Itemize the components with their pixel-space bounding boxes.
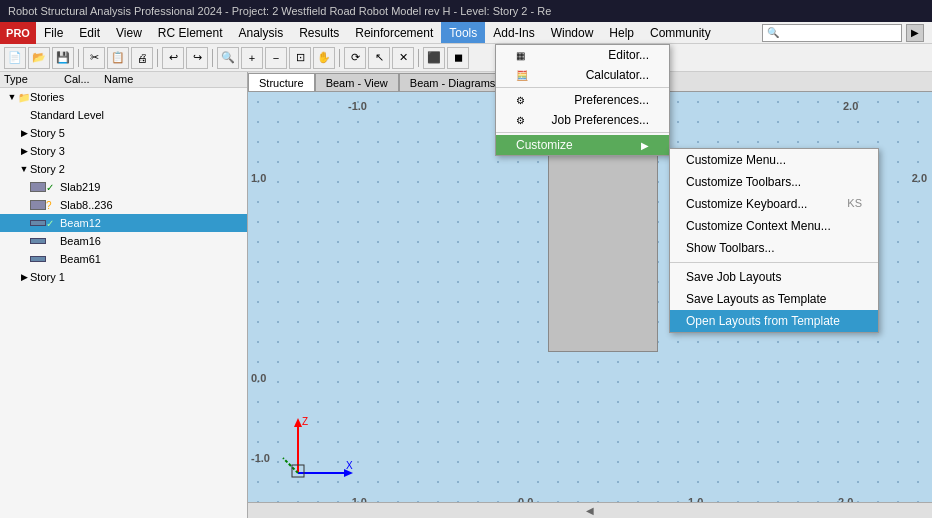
customize-keyboard-item[interactable]: Customize Keyboard... KS <box>670 193 878 215</box>
tree-row-slab236[interactable]: ? Slab8..236 <box>0 196 247 214</box>
menu-help[interactable]: Help <box>601 22 642 43</box>
sep5 <box>418 49 419 67</box>
pan-btn[interactable]: ✋ <box>313 47 335 69</box>
menu-reinforcement[interactable]: Reinforcement <box>347 22 441 43</box>
redo-btn[interactable]: ↪ <box>186 47 208 69</box>
scroll-bar-bottom[interactable]: ◀ <box>248 502 932 518</box>
tree-row-beam16[interactable]: - Beam16 <box>0 232 247 250</box>
left-panel: RC Component Inspector ✕ ⚙ 🔍 🌲 − ? Type … <box>0 22 248 518</box>
calc-icon: 🧮 <box>516 70 528 81</box>
search-bar[interactable]: 🔍 <box>762 24 902 42</box>
story1-label: Story 1 <box>30 271 245 283</box>
axis-label-2-right: 2.0 <box>912 172 927 184</box>
title-bar: Robot Structural Analysis Professional 2… <box>0 0 932 22</box>
sep4 <box>339 49 340 67</box>
sep1 <box>78 49 79 67</box>
delete-btn[interactable]: ✕ <box>392 47 414 69</box>
menu-window[interactable]: Window <box>543 22 602 43</box>
customize-toolbars-item[interactable]: Customize Toolbars... <box>670 171 878 193</box>
tree-row-beam61[interactable]: - Beam61 <box>0 250 247 268</box>
sep-tools2 <box>496 132 669 133</box>
show-toolbars-label: Show Toolbars... <box>686 241 775 255</box>
menu-edit[interactable]: Edit <box>71 22 108 43</box>
menu-rc-element[interactable]: RC Element <box>150 22 231 43</box>
customize-context-label: Customize Context Menu... <box>686 219 831 233</box>
show-toolbars-item[interactable]: Show Toolbars... <box>670 237 878 259</box>
save-layouts-template-label: Save Layouts as Template <box>686 292 827 306</box>
tree-row-story5[interactable]: ▶ Story 5 <box>0 124 247 142</box>
story5-label: Story 5 <box>30 127 245 139</box>
zoom-out-btn[interactable]: − <box>265 47 287 69</box>
customize-toolbars-label: Customize Toolbars... <box>686 175 801 189</box>
customize-submenu: Customize Menu... Customize Toolbars... … <box>669 148 879 333</box>
expand-story1[interactable]: ▶ <box>18 272 30 282</box>
menu-view[interactable]: View <box>108 22 150 43</box>
fit-btn[interactable]: ⊡ <box>289 47 311 69</box>
zoom-btn[interactable]: 🔍 <box>217 47 239 69</box>
beam61-label: Beam61 <box>60 253 245 265</box>
editor-icon: ▦ <box>516 50 525 61</box>
customize-menu-item[interactable]: Customize Menu... <box>670 149 878 171</box>
open-layouts-template-item[interactable]: Open Layouts from Template <box>670 310 878 332</box>
app-logo: PRO <box>0 22 36 44</box>
job-preferences-item[interactable]: ⚙ Job Preferences... <box>496 110 669 130</box>
editor-item[interactable]: ▦ Editor... <box>496 45 669 65</box>
preferences-label: Preferences... <box>574 93 649 107</box>
menu-community[interactable]: Community <box>642 22 719 43</box>
slab-icon2 <box>30 200 46 210</box>
customize-context-item[interactable]: Customize Context Menu... <box>670 215 878 237</box>
tab-beam-view[interactable]: Beam - View <box>315 73 399 91</box>
tree-row-beam12[interactable]: ✓ Beam12 <box>0 214 247 232</box>
check-slab236: ? <box>46 200 60 211</box>
view3d-btn[interactable]: ⬛ <box>423 47 445 69</box>
render-btn[interactable]: ◼ <box>447 47 469 69</box>
tools-dropdown: ▦ Editor... 🧮 Calculator... ⚙ Preference… <box>495 44 670 156</box>
svg-text:X: X <box>346 460 353 471</box>
preferences-item[interactable]: ⚙ Preferences... <box>496 90 669 110</box>
save-job-layouts-item[interactable]: Save Job Layouts <box>670 266 878 288</box>
slab236-label: Slab8..236 <box>60 199 245 211</box>
expand-story2[interactable]: ▼ <box>18 164 30 174</box>
cut-btn[interactable]: ✂ <box>83 47 105 69</box>
select-btn[interactable]: ↖ <box>368 47 390 69</box>
column-headers: Type Cal... Name <box>0 70 247 88</box>
customize-item[interactable]: Customize ▶ <box>496 135 669 155</box>
copy-btn[interactable]: 📋 <box>107 47 129 69</box>
expand-story5[interactable]: ▶ <box>18 128 30 138</box>
menu-addins[interactable]: Add-Ins <box>485 22 542 43</box>
menu-tools[interactable]: Tools <box>441 22 485 43</box>
save-btn[interactable]: 💾 <box>52 47 74 69</box>
tree-row-story3[interactable]: ▶ Story 3 <box>0 142 247 160</box>
story3-label: Story 3 <box>30 145 245 157</box>
check-beam12: ✓ <box>46 218 60 229</box>
menu-results[interactable]: Results <box>291 22 347 43</box>
pref-icon: ⚙ <box>516 95 525 106</box>
tree-row-story1[interactable]: ▶ Story 1 <box>0 268 247 286</box>
tab-beam-diagrams[interactable]: Beam - Diagrams <box>399 73 507 91</box>
job-preferences-label: Job Preferences... <box>552 113 649 127</box>
axis-label-2-top: 2.0 <box>843 100 858 112</box>
tree-row-slab219[interactable]: ✓ Slab219 <box>0 178 247 196</box>
menu-file[interactable]: File <box>36 22 71 43</box>
new-btn[interactable]: 📄 <box>4 47 26 69</box>
save-job-layouts-label: Save Job Layouts <box>686 270 781 284</box>
menu-analysis[interactable]: Analysis <box>231 22 292 43</box>
tree-row-story2[interactable]: ▼ Story 2 <box>0 160 247 178</box>
tree-row-standard-level[interactable]: Standard Level <box>0 106 247 124</box>
rotate-btn[interactable]: ⟳ <box>344 47 366 69</box>
undo-btn[interactable]: ↩ <box>162 47 184 69</box>
sep2 <box>157 49 158 67</box>
tree-row-stories[interactable]: ▼ 📁 Stories <box>0 88 247 106</box>
expand-story3[interactable]: ▶ <box>18 146 30 156</box>
expand-stories[interactable]: ▼ <box>6 92 18 102</box>
save-layouts-template-item[interactable]: Save Layouts as Template <box>670 288 878 310</box>
calculator-item[interactable]: 🧮 Calculator... <box>496 65 669 85</box>
svg-marker-1 <box>294 418 302 427</box>
open-btn[interactable]: 📂 <box>28 47 50 69</box>
print-btn[interactable]: 🖨 <box>131 47 153 69</box>
tab-structure[interactable]: Structure <box>248 73 315 91</box>
search-arrow[interactable]: ▶ <box>906 24 924 42</box>
zoom-in-btn[interactable]: + <box>241 47 263 69</box>
axis-label-neg1-top: -1.0 <box>348 100 367 112</box>
stories-label: Stories <box>30 91 245 103</box>
